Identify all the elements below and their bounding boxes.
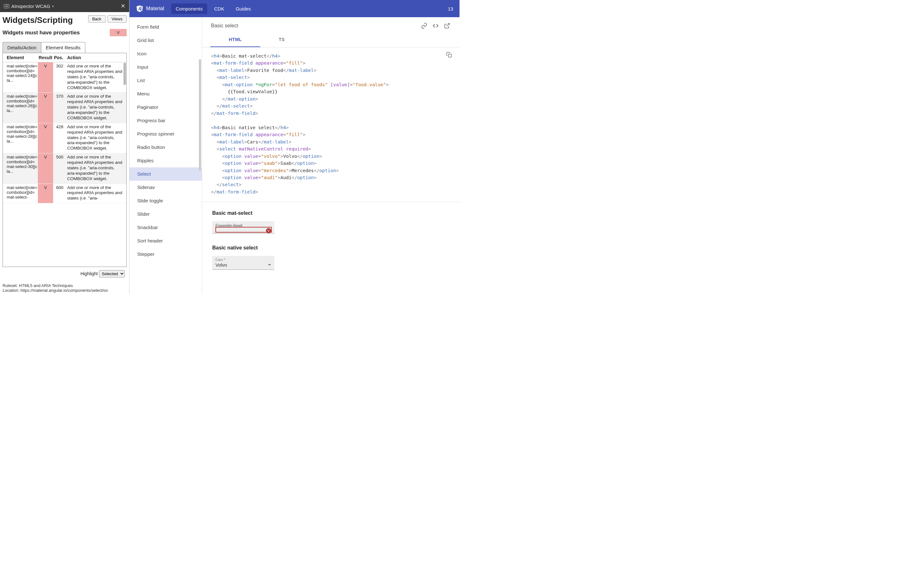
sidenav-item-menu[interactable]: Menu (129, 87, 202, 100)
cell-action: Add one or more of the required ARIA pro… (66, 123, 126, 153)
code-icon[interactable] (432, 22, 439, 29)
nav-components[interactable]: Components (171, 3, 207, 14)
cell-action: Add one or more of the required ARIA pro… (66, 153, 126, 183)
nav-guides[interactable]: Guides (231, 1, 255, 16)
table-row[interactable]: mat-select[role=combobox][id=mat-select-… (3, 62, 126, 92)
link-icon[interactable] (421, 22, 428, 29)
cell-element: mat-select[role=combobox][id=mat-select- (3, 184, 38, 203)
cell-result: V (38, 92, 53, 123)
sidenav-item-progress-bar[interactable]: Progress bar (129, 114, 202, 127)
inspector-title: AInspector WCAG (11, 3, 50, 9)
table-row[interactable]: mat-select[role=combobox][id=mat-select-… (3, 184, 126, 204)
sidenav-item-snackbar[interactable]: Snackbar (129, 221, 202, 234)
cell-result: V (38, 123, 53, 153)
cell-result: V (38, 153, 53, 183)
material-brand[interactable]: Material (146, 6, 164, 11)
ainspector-panel: AI AInspector WCAG ▾ ✕ Widgets/Scripting… (0, 0, 129, 294)
views-button[interactable]: Views (108, 15, 127, 23)
cell-action: Add one or more of the required ARIA pro… (66, 92, 126, 123)
highlight-select[interactable]: Selected (99, 270, 125, 278)
cell-action: Add one or more of the required ARIA pro… (66, 184, 126, 203)
highlight-label: Highlight (81, 271, 98, 276)
example-title: Basic select (211, 23, 416, 29)
sidenav-item-icon[interactable]: Icon (129, 47, 202, 60)
cell-element: mat-select[role=combobox][id=mat-select-… (3, 62, 38, 92)
cell-element: mat-select[role=combobox][id=mat-select-… (3, 92, 38, 123)
native-select-value: Volvo (215, 262, 227, 268)
component-sidenav[interactable]: Form fieldGrid listIconInputListMenuPagi… (129, 17, 202, 294)
code-tab-html[interactable]: HTML (210, 32, 260, 47)
svg-line-3 (446, 24, 449, 26)
demo-area: Basic mat-select Favorite food V Basic n… (202, 202, 460, 278)
material-toolbar: A Material Components CDK Guides 13 (129, 0, 460, 17)
tab-element-results[interactable]: Element Results (41, 42, 85, 53)
ainspector-logo-icon: AI (4, 4, 9, 8)
close-icon[interactable]: ✕ (121, 3, 125, 10)
angular-logo-icon: A (136, 5, 144, 12)
scrollbar-thumb[interactable] (199, 59, 201, 171)
sidenav-item-paginator[interactable]: Paginator (129, 100, 202, 114)
page-title: Widgets/Scripting (3, 15, 73, 25)
material-app: A Material Components CDK Guides 13 Form… (129, 0, 460, 294)
table-row[interactable]: mat-select[role=combobox][id=mat-select-… (3, 123, 126, 153)
native-select-field[interactable]: Cars * Volvo (212, 256, 274, 270)
sidenav-item-ripples[interactable]: Ripples (129, 154, 202, 167)
cell-pos: 500 (53, 153, 66, 183)
demo-heading-native-select: Basic native select (212, 245, 449, 251)
sidenav-item-stepper[interactable]: Stepper (129, 247, 202, 261)
sidenav-item-select[interactable]: Select (129, 167, 202, 181)
code-tab-ts[interactable]: TS (260, 32, 303, 47)
chevron-down-icon[interactable]: ▾ (52, 5, 54, 8)
cell-pos: 302 (53, 62, 66, 92)
violation-outline (215, 227, 272, 233)
native-select-label: Cars * (215, 258, 271, 262)
sidenav-item-progress-spinner[interactable]: Progress spinner (129, 127, 202, 141)
sidenav-item-slide-toggle[interactable]: Slide toggle (129, 194, 202, 207)
inspector-header: AI AInspector WCAG ▾ ✕ (0, 0, 129, 12)
rule-description: Widgets must have properties (3, 30, 80, 36)
nav-cdk[interactable]: CDK (210, 1, 229, 16)
dropdown-arrow-icon (268, 264, 271, 266)
sidenav-item-sidenav[interactable]: Sidenav (129, 181, 202, 194)
cell-pos: 600 (53, 184, 66, 203)
svg-text:A: A (138, 6, 141, 11)
cell-action: Add one or more of the required ARIA pro… (66, 62, 126, 92)
footer-location: Location: https://material.angular.io/co… (3, 288, 127, 293)
results-tabs: Details/Action Element Results (3, 42, 127, 53)
results-table: Element Result Pos. Action mat-select[ro… (3, 53, 127, 267)
version-label[interactable]: 13 (448, 6, 453, 11)
cell-pos: 370 (53, 92, 66, 123)
sidenav-item-sort-header[interactable]: Sort header (129, 234, 202, 247)
col-pos[interactable]: Pos. (53, 55, 66, 60)
col-element[interactable]: Element (3, 55, 38, 60)
violation-badge: V (110, 29, 127, 36)
sidenav-item-radio-button[interactable]: Radio button (129, 141, 202, 154)
mat-select-field[interactable]: Favorite food V (212, 221, 274, 234)
open-external-icon[interactable] (444, 22, 451, 29)
cell-result: V (38, 184, 53, 203)
cell-element: mat-select[role=combobox][id=mat-select-… (3, 153, 38, 183)
cell-pos: 428 (53, 123, 66, 153)
col-action[interactable]: Action (66, 55, 126, 60)
svg-rect-4 (448, 54, 452, 57)
code-block: <h4>Basic mat-select</h4> <mat-form-fiel… (202, 47, 460, 202)
sidenav-item-slider[interactable]: Slider (129, 207, 202, 221)
copy-icon[interactable] (446, 52, 452, 60)
tab-details-action[interactable]: Details/Action (3, 42, 41, 53)
demo-heading-mat-select: Basic mat-select (212, 210, 449, 216)
sidenav-item-list[interactable]: List (129, 74, 202, 87)
scrollbar-thumb[interactable] (123, 63, 126, 85)
cell-result: V (38, 62, 53, 92)
footer-ruleset: Ruleset: HTML5 and ARIA Techniques (3, 283, 127, 288)
content-area[interactable]: Basic select HTML TS <h4>Basic mat-selec… (202, 17, 460, 294)
sidenav-item-input[interactable]: Input (129, 60, 202, 74)
sidenav-item-grid-list[interactable]: Grid list (129, 34, 202, 47)
sidenav-item-form-field[interactable]: Form field (129, 20, 202, 34)
col-result[interactable]: Result (38, 55, 53, 60)
table-row[interactable]: mat-select[role=combobox][id=mat-select-… (3, 92, 126, 123)
back-button[interactable]: Back (88, 15, 106, 23)
code-tabs: HTML TS (202, 32, 460, 47)
cell-element: mat-select[role=combobox][id=mat-select-… (3, 123, 38, 153)
table-row[interactable]: mat-select[role=combobox][id=mat-select-… (3, 153, 126, 184)
